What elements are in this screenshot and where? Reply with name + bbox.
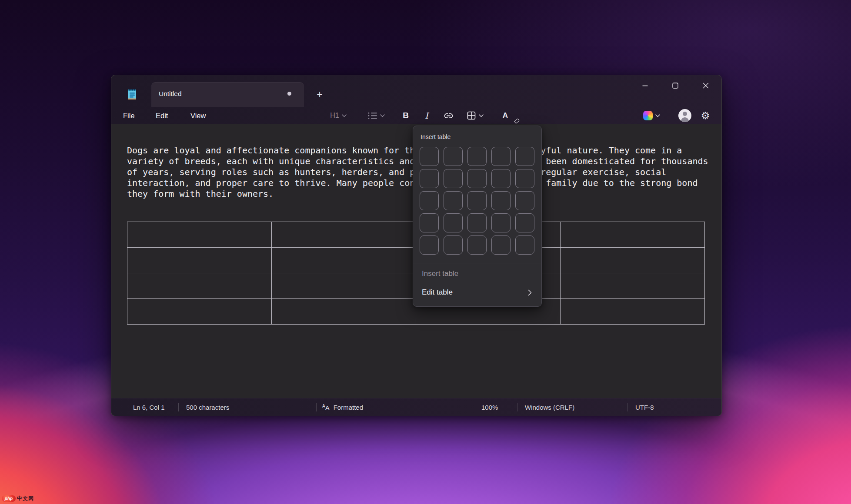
table-size-cell[interactable] xyxy=(515,169,534,188)
link-icon xyxy=(443,110,454,121)
table-size-cell[interactable] xyxy=(491,147,511,166)
menu-file[interactable]: File xyxy=(117,109,141,123)
table-size-cell[interactable] xyxy=(420,235,439,255)
titlebar: Untitled + xyxy=(111,75,721,107)
table-cell[interactable] xyxy=(272,248,416,273)
chevron-down-icon xyxy=(655,114,660,117)
maximize-icon xyxy=(672,83,678,89)
formatting-aa-icon: AA xyxy=(322,404,330,411)
statusbar-divider xyxy=(472,403,472,411)
chevron-down-icon xyxy=(342,114,347,117)
table-size-cell[interactable] xyxy=(444,191,463,210)
chevron-down-icon xyxy=(479,114,484,117)
table-size-cell[interactable] xyxy=(467,147,487,166)
encoding[interactable]: UTF-8 xyxy=(635,398,654,416)
list-button[interactable] xyxy=(362,109,390,123)
toolbar: File Edit View H1 B I xyxy=(111,107,721,124)
edit-table-label: Edit table xyxy=(422,288,453,297)
table-size-cell[interactable] xyxy=(444,169,463,188)
table-size-cell[interactable] xyxy=(420,169,439,188)
gear-icon: ⚙ xyxy=(701,110,710,121)
menu-view[interactable]: View xyxy=(184,109,212,123)
statusbar-divider xyxy=(517,403,517,411)
statusbar-divider xyxy=(627,403,627,411)
menu-item-insert-table[interactable]: Insert table xyxy=(417,266,539,282)
table-size-cell[interactable] xyxy=(491,213,511,232)
table-cell[interactable] xyxy=(127,222,272,248)
table-cell[interactable] xyxy=(127,299,272,325)
insert-table-header: Insert table xyxy=(420,133,451,140)
table-size-cell[interactable] xyxy=(515,235,534,255)
menu-item-edit-table[interactable]: Edit table xyxy=(417,282,539,302)
popup-separator xyxy=(413,263,541,263)
minimize-icon xyxy=(642,83,648,89)
statusbar-divider xyxy=(178,403,179,411)
copilot-button[interactable] xyxy=(636,109,667,123)
italic-icon: I xyxy=(425,111,428,120)
copilot-icon xyxy=(643,111,653,120)
table-size-cell[interactable] xyxy=(491,191,511,210)
chevron-down-icon xyxy=(380,114,385,117)
table-size-cell[interactable] xyxy=(467,213,487,232)
notepad-window: Untitled + File Edit View H1 xyxy=(111,75,722,416)
table-size-cell[interactable] xyxy=(515,191,534,210)
format-mode-label: Formatted xyxy=(334,404,363,411)
table-size-cell[interactable] xyxy=(515,147,534,166)
statusbar: Ln 6, Col 1 500 characters AA Formatted … xyxy=(111,398,721,416)
maximize-button[interactable] xyxy=(663,78,687,93)
chevron-right-icon xyxy=(528,289,532,296)
table-button[interactable] xyxy=(461,109,489,123)
table-size-cell[interactable] xyxy=(420,213,439,232)
table-cell[interactable] xyxy=(127,248,272,273)
avatar-head xyxy=(683,112,687,116)
table-cell[interactable] xyxy=(272,273,416,299)
new-tab-button[interactable]: + xyxy=(312,88,327,101)
bold-icon: B xyxy=(403,111,409,120)
insert-table-dropdown: Insert table Insert table Edit table xyxy=(413,126,542,307)
line-ending[interactable]: Windows (CRLF) xyxy=(525,398,574,416)
settings-button[interactable]: ⚙ xyxy=(697,109,714,123)
heading-style-button[interactable]: H1 xyxy=(324,109,353,123)
table-size-cell[interactable] xyxy=(444,235,463,255)
character-count: 500 characters xyxy=(186,398,229,416)
table-cell[interactable] xyxy=(272,299,416,325)
table-size-cell[interactable] xyxy=(491,235,511,255)
table-size-cell[interactable] xyxy=(444,147,463,166)
insert-link-button[interactable] xyxy=(439,109,457,123)
tab-untitled[interactable]: Untitled xyxy=(151,82,304,107)
clear-formatting-icon: A xyxy=(503,111,508,120)
php-logo: php xyxy=(2,495,16,502)
clear-formatting-button[interactable]: A xyxy=(496,109,515,123)
table-cell[interactable] xyxy=(272,222,416,248)
table-size-cell[interactable] xyxy=(467,191,487,210)
eraser-icon xyxy=(514,118,520,123)
table-cell[interactable] xyxy=(561,273,705,299)
table-size-cell[interactable] xyxy=(515,213,534,232)
italic-button[interactable]: I xyxy=(418,109,435,123)
close-button[interactable] xyxy=(694,78,718,93)
table-size-cell[interactable] xyxy=(420,147,439,166)
menu-edit[interactable]: Edit xyxy=(150,109,174,123)
format-mode[interactable]: AA Formatted xyxy=(322,398,363,416)
tab-title: Untitled xyxy=(159,90,182,98)
table-size-cell[interactable] xyxy=(444,213,463,232)
unsaved-changes-dot xyxy=(287,92,291,96)
bold-button[interactable]: B xyxy=(397,109,414,123)
avatar-shoulders xyxy=(681,117,689,122)
table-size-cell[interactable] xyxy=(491,169,511,188)
insert-table-label: Insert table xyxy=(422,269,458,278)
table-cell[interactable] xyxy=(561,222,705,248)
table-size-cell[interactable] xyxy=(467,235,487,255)
heading-style-label: H1 xyxy=(330,112,339,119)
watermark-text: 中文网 xyxy=(17,495,34,502)
table-cell[interactable] xyxy=(561,248,705,273)
account-button[interactable] xyxy=(677,109,693,123)
zoom-level[interactable]: 100% xyxy=(481,398,498,416)
table-size-cell[interactable] xyxy=(420,191,439,210)
minimize-button[interactable] xyxy=(633,78,657,93)
table-cell[interactable] xyxy=(127,273,272,299)
close-icon xyxy=(703,83,709,89)
table-size-cell[interactable] xyxy=(467,169,487,188)
table-cell[interactable] xyxy=(561,299,705,325)
table-size-picker[interactable] xyxy=(420,147,534,255)
